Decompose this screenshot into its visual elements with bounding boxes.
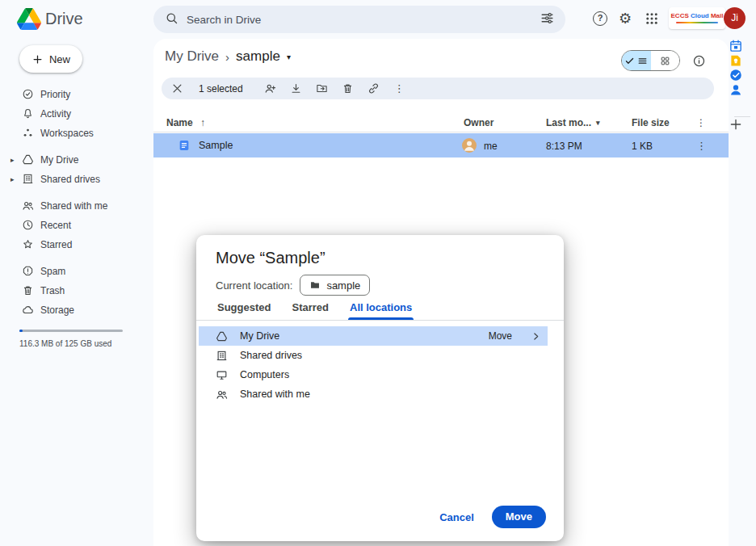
shared-drives-icon: [22, 173, 34, 185]
sidebar-item-priority[interactable]: Priority: [0, 85, 153, 104]
column-header-size[interactable]: File size: [632, 117, 670, 128]
badge-underline: [676, 22, 718, 23]
sidebar-item-starred[interactable]: Starred: [0, 235, 153, 254]
list-view-icon: [637, 56, 648, 66]
sidebar-item-storage[interactable]: Storage: [0, 300, 153, 320]
sidebar-item-workspaces[interactable]: Workspaces: [0, 124, 153, 143]
shared-with-me-icon: [22, 200, 34, 212]
list-view-button[interactable]: [622, 51, 651, 70]
doc-file-icon: [178, 139, 191, 152]
account-avatar[interactable]: Ji: [724, 7, 746, 29]
breadcrumb-current-folder[interactable]: sample: [236, 48, 280, 65]
sidebar-item-label: Workspaces: [40, 128, 94, 139]
get-add-ons-icon[interactable]: [729, 117, 756, 132]
new-button-label: New: [49, 53, 70, 65]
eccs-cloud-mail-badge[interactable]: ECCS Cloud Mail: [669, 7, 725, 29]
search-bar[interactable]: [153, 6, 565, 33]
location-row-shared-drives[interactable]: Shared drives: [199, 346, 548, 365]
table-row-sample[interactable]: Sample me 8:13 PM 1 KB ⋮: [153, 133, 729, 158]
calendar-icon[interactable]: [729, 39, 756, 53]
expand-arrow-icon[interactable]: ▸: [10, 156, 15, 164]
file-name: Sample: [199, 140, 233, 151]
search-icon[interactable]: [165, 11, 178, 28]
expand-arrow-icon[interactable]: ▸: [10, 175, 15, 183]
location-row-my-drive[interactable]: My Drive Move: [199, 326, 548, 346]
move-dialog: Move “Sample” Current location: sample S…: [196, 235, 564, 541]
column-options-icon[interactable]: ⋮: [696, 117, 706, 128]
move-here-action[interactable]: Move: [489, 330, 512, 342]
move-button[interactable]: Move: [492, 506, 546, 528]
tasks-icon[interactable]: [729, 68, 756, 82]
storage-progress-bar: [19, 330, 123, 332]
workspaces-icon: [22, 127, 34, 139]
trash-icon[interactable]: [342, 82, 354, 94]
search-input[interactable]: [187, 14, 532, 26]
sidebar-item-my-drive[interactable]: ▸ My Drive: [0, 150, 153, 170]
activity-bell-icon: [22, 107, 34, 120]
sidebar: New Priority Activity Workspaces ▸: [0, 39, 153, 546]
file-table-header: Name ↑ Owner Last mo... ▾ File size ⋮: [153, 115, 729, 132]
move-to-folder-icon[interactable]: [316, 82, 328, 94]
owner-avatar: [462, 138, 477, 153]
sort-ascending-icon[interactable]: ↑: [200, 117, 205, 128]
sidebar-item-label: Starred: [40, 239, 72, 250]
folder-icon: [309, 279, 321, 291]
grid-view-icon: [660, 56, 670, 66]
view-controls: [621, 50, 706, 71]
folder-menu-caret-icon[interactable]: ▾: [287, 52, 291, 61]
current-location-row: Current location: sample: [216, 275, 370, 296]
breadcrumb-my-drive[interactable]: My Drive: [165, 48, 219, 65]
sidebar-item-label: Activity: [40, 108, 71, 120]
clear-selection-icon[interactable]: [171, 82, 183, 94]
more-actions-icon[interactable]: ⋮: [393, 82, 405, 94]
sidebar-item-activity[interactable]: Activity: [0, 104, 153, 124]
storage-progress-fill: [19, 330, 23, 332]
new-button[interactable]: New: [19, 45, 82, 73]
apps-grid-icon[interactable]: [645, 11, 659, 26]
share-add-person-icon[interactable]: [264, 82, 276, 94]
tab-all-locations[interactable]: All locations: [348, 296, 414, 320]
dialog-tabs: Suggested Starred All locations: [196, 296, 564, 321]
modified-caret-icon[interactable]: ▾: [596, 119, 600, 127]
location-label: Shared drives: [240, 350, 302, 361]
search-options-icon[interactable]: [540, 11, 554, 28]
sidebar-item-label: Recent: [40, 220, 71, 231]
file-more-actions-icon[interactable]: ⋮: [696, 140, 707, 152]
column-header-owner[interactable]: Owner: [464, 117, 494, 128]
file-modified: 8:13 PM: [546, 141, 582, 152]
drive-logo-icon[interactable]: [17, 8, 41, 30]
location-row-computers[interactable]: Computers: [199, 365, 548, 384]
sidebar-item-recent[interactable]: Recent: [0, 216, 153, 235]
star-icon: [22, 238, 34, 250]
tab-suggested[interactable]: Suggested: [216, 296, 272, 320]
sidebar-item-trash[interactable]: Trash: [0, 281, 153, 300]
current-location-chip[interactable]: sample: [300, 275, 370, 296]
tab-starred[interactable]: Starred: [290, 296, 330, 320]
location-label: Computers: [240, 369, 289, 380]
contacts-icon[interactable]: [729, 82, 756, 97]
column-header-modified[interactable]: Last mo...: [546, 117, 591, 128]
details-info-icon[interactable]: [692, 54, 706, 68]
chevron-right-icon[interactable]: [531, 331, 541, 342]
sidebar-item-spam[interactable]: Spam: [0, 262, 153, 281]
grid-view-button[interactable]: [651, 51, 680, 70]
settings-gear-icon[interactable]: ⚙: [619, 9, 632, 28]
storage-cloud-icon: [22, 304, 34, 316]
location-label: Shared with me: [240, 388, 310, 400]
file-size: 1 KB: [632, 141, 653, 152]
sidebar-item-shared-drives[interactable]: ▸ Shared drives: [0, 170, 153, 189]
cancel-button[interactable]: Cancel: [439, 511, 474, 523]
computers-icon: [216, 369, 228, 381]
download-icon[interactable]: [290, 82, 302, 94]
location-row-shared-with-me[interactable]: Shared with me: [199, 384, 548, 404]
help-icon[interactable]: ?: [593, 11, 607, 26]
column-header-name[interactable]: Name: [166, 117, 193, 128]
badge-word-3: Mail: [711, 12, 724, 19]
location-list: My Drive Move Shared drives Computers Sh…: [196, 326, 564, 404]
get-link-icon[interactable]: [368, 82, 380, 94]
file-owner: me: [484, 141, 498, 152]
keep-icon[interactable]: [729, 53, 756, 68]
location-label: My Drive: [240, 330, 279, 342]
sidebar-item-shared-with-me[interactable]: Shared with me: [0, 196, 153, 216]
sidebar-item-label: My Drive: [40, 154, 78, 166]
